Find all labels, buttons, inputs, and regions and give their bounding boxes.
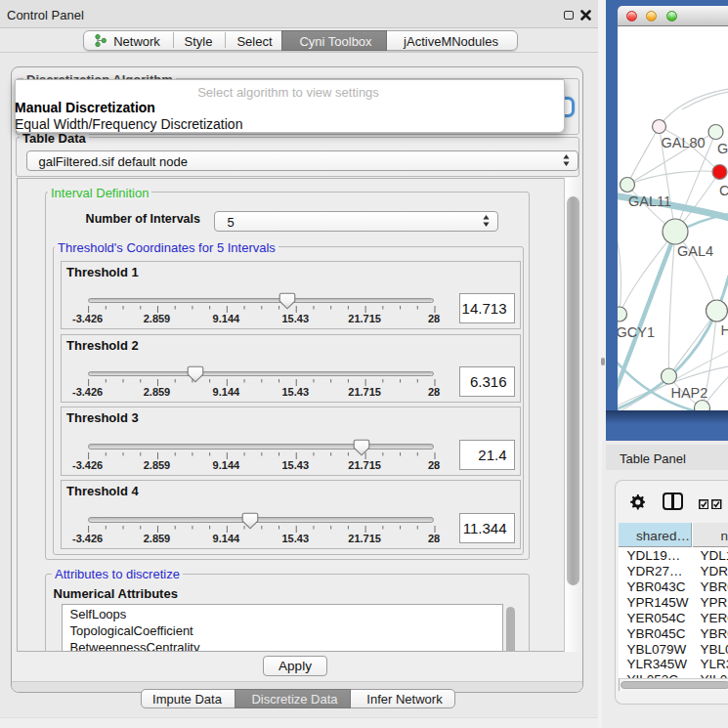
svg-text:GCY1: GCY1 (618, 324, 655, 340)
svg-text:GAL80: GAL80 (661, 135, 705, 150)
svg-text:HAP2: HAP2 (670, 385, 707, 401)
svg-text:C: C (718, 183, 728, 198)
svg-text:H: H (720, 322, 728, 338)
svg-text:GAL11: GAL11 (628, 193, 671, 209)
svg-text:GA: GA (716, 141, 728, 156)
svg-text:GAL4: GAL4 (676, 243, 712, 259)
